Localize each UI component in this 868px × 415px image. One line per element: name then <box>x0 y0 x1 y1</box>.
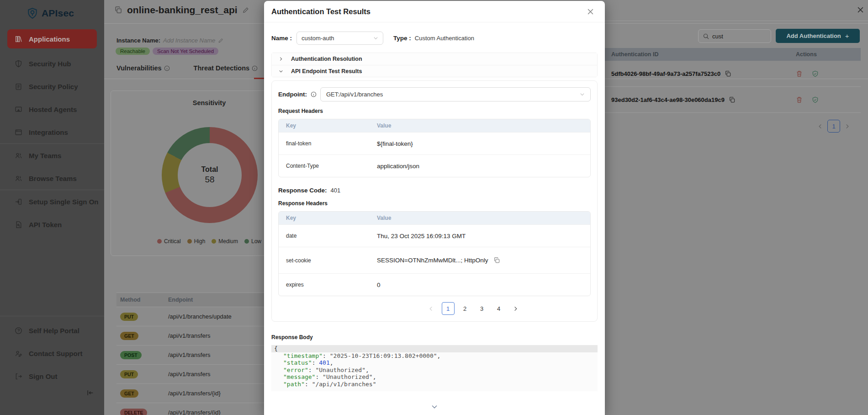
authentication-table-header: Authentication ID Actions <box>603 48 861 61</box>
file-key-icon <box>15 221 22 229</box>
panel-authentication-resolution[interactable]: Authentication Resolution <box>272 53 597 65</box>
sidebar-item-applications[interactable]: Applications <box>7 29 97 48</box>
edit-pencil-icon[interactable] <box>218 38 223 43</box>
sensitivity-donut-chart[interactable]: Total 58 <box>162 127 258 223</box>
window-icon <box>15 128 22 136</box>
table-row: date Thu, 23 Oct 2025 16:09:13 GMT <box>279 224 590 247</box>
copy-icon[interactable] <box>729 96 736 103</box>
instance-name-placeholder[interactable]: Add Instance Name <box>163 37 215 44</box>
next-page-icon[interactable] <box>845 124 850 129</box>
sidebar-footer: Self Help Portal Contact Support Sign Ou… <box>0 316 104 388</box>
legend-dot <box>157 239 162 244</box>
sidebar-item-api-token[interactable]: API Token <box>0 213 104 236</box>
copy-icon[interactable] <box>725 70 731 77</box>
response-headers-table: Key Value date Thu, 23 Oct 2025 16:09:13… <box>278 211 591 296</box>
prev-page-icon[interactable] <box>818 124 823 129</box>
header-value: ${final-token} <box>377 140 590 147</box>
response-body-label: Response Body <box>271 334 598 341</box>
tab-vulnerabilities[interactable]: Vulnerabilities <box>116 64 170 72</box>
copy-icon[interactable] <box>114 6 122 14</box>
sidebar-item-my-teams[interactable]: My Teams <box>0 144 104 167</box>
table-row: Content-Type application/json <box>279 154 590 177</box>
sidebar-item-integrations[interactable]: Integrations <box>0 121 104 144</box>
delete-icon[interactable] <box>796 96 803 103</box>
users-icon <box>15 152 22 160</box>
sidebar-item-label: Hosted Agents <box>29 106 77 113</box>
instance-name-row: Instance Name: Add Instance Name <box>116 37 223 44</box>
request-headers-table: Key Value final-token ${final-token} Con… <box>278 119 591 177</box>
info-icon[interactable] <box>252 65 258 71</box>
authentication-row[interactable]: 5dfb4026-98bf-49af-9a73-a257fa7523c0 <box>603 61 861 87</box>
sidebar-item-setup-sso[interactable]: Setup Single Sign On <box>0 190 104 213</box>
column-header-value: Value <box>377 122 590 129</box>
header-value: SESSION=OTNhZmMwMDlt...; HttpOnly <box>377 257 488 264</box>
delete-icon[interactable] <box>796 70 803 77</box>
modal-body: Name : custom-auth Type : Custom Authent… <box>264 22 605 391</box>
sidebar-item-hosted-agents[interactable]: Hosted Agents <box>0 98 104 121</box>
page-number[interactable]: 4 <box>492 302 505 315</box>
table-header: Key Value <box>279 119 590 132</box>
authentication-table: Authentication ID Actions 5dfb4026-98bf-… <box>603 48 861 113</box>
sidebar-item-label: Security Policy <box>29 83 78 90</box>
sidebar-item-security-hub[interactable]: Security Hub <box>0 52 104 75</box>
edit-pencil-icon[interactable] <box>242 7 249 14</box>
endpoint-select[interactable]: GET:/api/v1/branches <box>320 87 591 101</box>
name-select[interactable]: custom-auth <box>296 32 383 45</box>
code-line: "status": 401, <box>271 359 598 367</box>
authentication-row[interactable]: 93ed30d2-1af6-43c4-ae98-30e060da19c9 <box>603 87 861 113</box>
panel-api-endpoint-test-results[interactable]: API Endpoint Test Results <box>272 65 597 77</box>
shield-check-icon[interactable] <box>812 70 819 77</box>
legend-item-low[interactable]: Low <box>244 238 261 245</box>
sidebar-item-sign-out[interactable]: Sign Out <box>0 365 104 388</box>
response-body-code[interactable]: { "timestamp": "2025-10-23T16:09:13.802+… <box>271 345 598 391</box>
search-value: cust <box>712 33 723 40</box>
sidebar-item-self-help-portal[interactable]: Self Help Portal <box>0 319 104 342</box>
code-line: "path": "/api/v1/branches" <box>271 381 598 388</box>
modal-title: Authentication Test Results <box>271 7 370 16</box>
reachable-badge: Reachable <box>116 48 150 55</box>
sidebar-item-label: Self Help Portal <box>29 327 79 335</box>
header-value: Thu, 23 Oct 2025 16:09:13 GMT <box>377 233 590 239</box>
modal-close-icon[interactable] <box>587 8 594 15</box>
add-authentication-button[interactable]: Add Authentication + <box>776 29 860 43</box>
sidebar-item-contact-support[interactable]: Contact Support <box>0 342 104 365</box>
method-badge: POST <box>120 351 142 359</box>
page-number[interactable]: 2 <box>459 302 471 315</box>
legend-item-critical[interactable]: Critical <box>157 238 181 245</box>
drawer-pagination: 1 <box>818 120 850 133</box>
code-line: "message": "Unauthorized", <box>271 373 598 381</box>
sidebar-item-label: Browse Teams <box>29 175 77 182</box>
header-key: final-token <box>279 140 377 147</box>
shield-check-icon[interactable] <box>812 96 819 103</box>
page-number[interactable]: 1 <box>442 302 455 315</box>
monitor-icon <box>15 106 22 113</box>
tab-threat-detections[interactable]: Threat Detections <box>194 64 258 72</box>
donut-total-value: 58 <box>205 175 214 185</box>
sidebar-item-label: Security Hub <box>29 60 71 68</box>
legend-dot <box>212 239 216 244</box>
sidebar-item-label: API Token <box>29 221 62 229</box>
table-header: Key Value <box>279 212 590 224</box>
page-number-current[interactable]: 1 <box>827 120 840 133</box>
page-number[interactable]: 3 <box>476 302 488 315</box>
authentication-search-input[interactable]: cust <box>698 29 771 43</box>
column-header-value: Value <box>377 215 590 221</box>
users-icon <box>15 175 22 182</box>
scroll-down-icon[interactable] <box>431 403 438 410</box>
method-badge: GET <box>120 389 138 398</box>
copy-icon[interactable] <box>493 257 500 264</box>
sidebar-item-security-policy[interactable]: Security Policy <box>0 75 104 98</box>
info-icon[interactable] <box>164 65 170 71</box>
legend-item-high[interactable]: High <box>187 238 206 245</box>
info-icon[interactable] <box>311 91 317 97</box>
sidebar-item-label: Sign Out <box>29 372 58 380</box>
legend-item-medium[interactable]: Medium <box>212 238 238 245</box>
prev-page-icon[interactable] <box>425 302 438 315</box>
sidebar-item-browse-teams[interactable]: Browse Teams <box>0 167 104 190</box>
next-page-icon[interactable] <box>509 302 522 315</box>
table-row: set-cookie SESSION=OTNhZmMwMDlt...; Http… <box>279 247 590 273</box>
drawer-close-icon[interactable] <box>857 6 864 13</box>
library-icon <box>15 35 22 43</box>
sidebar-collapse-icon[interactable] <box>86 389 94 397</box>
header-value: application/json <box>377 163 590 170</box>
